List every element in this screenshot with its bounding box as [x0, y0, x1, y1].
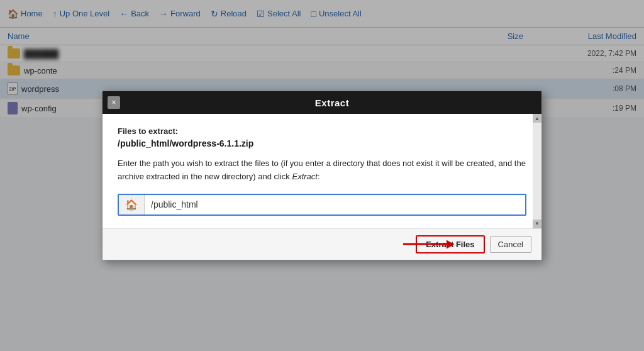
- modal-footer: Extract Files Cancel: [103, 228, 541, 260]
- files-path: /public_html/wordpress-6.1.1.zip: [118, 138, 526, 148]
- file-manager: 🏠 Home ↑ Up One Level ← Back → Forward ↻…: [0, 0, 644, 351]
- modal-body: ▲ ▼ Files to extract: /public_html/wordp…: [103, 114, 541, 228]
- scroll-up-arrow[interactable]: ▲: [533, 114, 541, 123]
- modal-titlebar: × Extract: [103, 91, 541, 114]
- arrow-indicator: [403, 243, 453, 245]
- path-home-icon: 🏠: [119, 195, 145, 214]
- extract-modal: × Extract ▲ ▼ Files to extract: /public_…: [102, 91, 542, 260]
- path-input[interactable]: [145, 196, 525, 213]
- modal-backdrop: × Extract ▲ ▼ Files to extract: /public_…: [0, 0, 644, 351]
- modal-instruction: Enter the path you wish to extract the f…: [118, 157, 526, 184]
- path-input-row: 🏠: [118, 194, 526, 216]
- files-to-extract-section: Files to extract: /public_html/wordpress…: [118, 126, 526, 148]
- cancel-button[interactable]: Cancel: [490, 236, 531, 253]
- modal-close-button[interactable]: ×: [108, 96, 120, 109]
- arrow-line: [403, 243, 453, 245]
- scroll-track[interactable]: ▲ ▼: [533, 114, 541, 228]
- scroll-down-arrow[interactable]: ▼: [533, 220, 541, 228]
- modal-title: Extract: [128, 98, 536, 108]
- files-to-extract-label: Files to extract:: [118, 126, 526, 136]
